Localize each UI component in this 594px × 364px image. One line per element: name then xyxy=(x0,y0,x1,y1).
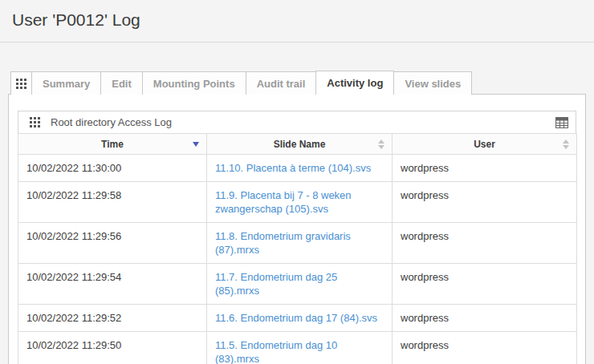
header-divider xyxy=(0,42,594,42)
slide-link[interactable]: 11.10. Placenta à terme (104).svs xyxy=(215,162,371,174)
slide-link[interactable]: 11.9. Placenta bij 7 - 8 weken zwangersc… xyxy=(215,189,352,215)
activity-log-panel: Root directory Access Log xyxy=(8,94,586,364)
time-cell: 10/02/2022 11:29:54 xyxy=(18,264,207,305)
table-row: 10/02/2022 11:29:56 11.8. Endometrium gr… xyxy=(18,223,577,264)
column-header-user[interactable]: User xyxy=(393,134,577,155)
widget-grid-menu-button[interactable] xyxy=(18,117,51,127)
access-log-toolbar: Root directory Access Log xyxy=(18,111,576,134)
tab-edit[interactable]: Edit xyxy=(100,71,143,95)
column-label: User xyxy=(474,139,495,150)
tab-grid-menu-button[interactable] xyxy=(10,71,32,95)
tab-bar: Summary Edit Mounting Points Audit trail… xyxy=(10,71,471,95)
tab-mounting-points[interactable]: Mounting Points xyxy=(142,71,246,95)
column-header-time[interactable]: Time xyxy=(18,134,207,155)
access-log-table: Time Slide Name User 10/02/2022 11:30:00 xyxy=(18,133,577,364)
table-icon xyxy=(555,117,568,128)
time-cell: 10/02/2022 11:29:52 xyxy=(18,305,207,332)
slide-cell: 11.5. Endometrium dag 10 (83).mrxs xyxy=(207,332,393,364)
column-header-slide-name[interactable]: Slide Name xyxy=(207,134,393,155)
slide-cell: 11.7. Endometrium dag 25 (85).mrxs xyxy=(207,264,393,305)
tab-audit-trail[interactable]: Audit trail xyxy=(246,71,317,95)
tab-activity-log[interactable]: Activity log xyxy=(315,71,394,95)
slide-cell: 11.9. Placenta bij 7 - 8 weken zwangersc… xyxy=(207,182,393,223)
tab-view-slides[interactable]: View slides xyxy=(393,71,472,95)
sort-descending-icon xyxy=(193,142,199,147)
time-cell: 10/02/2022 11:29:50 xyxy=(18,332,207,364)
table-row: 10/02/2022 11:29:50 11.5. Endometrium da… xyxy=(18,332,577,364)
time-cell: 10/02/2022 11:30:00 xyxy=(18,155,207,182)
slide-link[interactable]: 11.5. Endometrium dag 10 (83).mrxs xyxy=(215,339,337,364)
user-cell: wordpress xyxy=(393,155,577,182)
column-label: Slide Name xyxy=(274,139,326,150)
slide-cell: 11.8. Endometrium gravidaris (87).mrxs xyxy=(207,223,393,264)
page-title: User 'P0012' Log xyxy=(12,10,140,30)
table-row: 10/02/2022 11:29:54 11.7. Endometrium da… xyxy=(18,264,577,305)
user-cell: wordpress xyxy=(393,264,577,305)
slide-link[interactable]: 11.7. Endometrium dag 25 (85).mrxs xyxy=(215,271,337,297)
widget-title: Root directory Access Log xyxy=(51,116,172,128)
table-row: 10/02/2022 11:29:52 11.6. Endometrium da… xyxy=(18,305,577,332)
table-row: 10/02/2022 11:29:58 11.9. Placenta bij 7… xyxy=(18,182,577,223)
user-cell: wordpress xyxy=(393,332,577,364)
sort-both-icon xyxy=(563,140,569,149)
table-header-row: Time Slide Name User xyxy=(18,134,577,155)
time-cell: 10/02/2022 11:29:56 xyxy=(18,223,207,264)
grid-icon xyxy=(16,79,26,89)
access-log-widget: Root directory Access Log xyxy=(18,111,576,364)
slide-link[interactable]: 11.6. Endometrium dag 17 (84).svs xyxy=(215,312,377,324)
time-cell: 10/02/2022 11:29:58 xyxy=(18,182,207,223)
slide-cell: 11.6. Endometrium dag 17 (84).svs xyxy=(207,305,393,332)
slide-link[interactable]: 11.8. Endometrium gravidaris (87).mrxs xyxy=(215,230,351,256)
table-row: 10/02/2022 11:30:00 11.10. Placenta à te… xyxy=(18,155,577,182)
column-label: Time xyxy=(101,139,124,150)
table-view-button[interactable] xyxy=(555,117,576,128)
grid-icon xyxy=(30,117,40,127)
user-cell: wordpress xyxy=(393,182,577,223)
user-cell: wordpress xyxy=(393,223,577,264)
slide-cell: 11.10. Placenta à terme (104).svs xyxy=(207,155,393,182)
user-cell: wordpress xyxy=(393,305,577,332)
tab-summary[interactable]: Summary xyxy=(31,71,101,95)
sort-both-icon xyxy=(378,140,384,149)
